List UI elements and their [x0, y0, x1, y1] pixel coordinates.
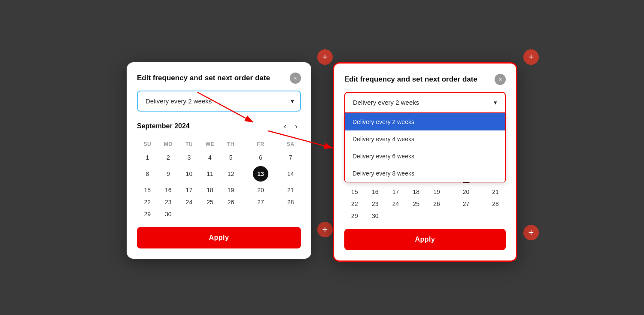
calendar-day[interactable]: 11: [200, 164, 221, 184]
calendar-day[interactable]: 9: [158, 164, 179, 184]
calendar-day: [426, 210, 447, 222]
calendar-day[interactable]: 8: [137, 164, 158, 184]
modal-right-header: Edit frequency and set next order date ×: [344, 74, 506, 85]
left-plus-bottom[interactable]: +: [317, 222, 333, 237]
calendar-day[interactable]: 20: [447, 186, 485, 198]
calendar-day[interactable]: 17: [179, 184, 200, 196]
left-next-month-button[interactable]: ›: [292, 120, 301, 133]
calendar-day[interactable]: 13: [241, 164, 280, 184]
calendar-day[interactable]: 12: [220, 164, 241, 184]
calendar-day: [200, 208, 221, 220]
right-dropdown-arrow-icon: ▾: [494, 99, 497, 106]
calendar-day[interactable]: 19: [426, 186, 447, 198]
left-plus-top[interactable]: +: [317, 49, 333, 65]
modal-left-header: Edit frequency and set next order date ×: [137, 73, 301, 84]
calendar-day[interactable]: 1: [137, 151, 158, 164]
right-panel-area: + + Edit frequency and set next order da…: [333, 54, 517, 262]
modal-left-close-button[interactable]: ×: [290, 73, 301, 84]
calendar-day[interactable]: 25: [406, 198, 426, 210]
calendar-day: [179, 208, 200, 220]
calendar-day: [386, 210, 406, 222]
calendar-day: [406, 210, 426, 222]
left-panel-area: + + Edit frequency and set next order da…: [127, 54, 311, 259]
left-day-header-sa: SA: [280, 139, 301, 151]
calendar-day[interactable]: 14: [280, 164, 301, 184]
calendar-day[interactable]: 7: [280, 151, 301, 164]
calendar-day[interactable]: 19: [220, 184, 241, 196]
left-day-header-su: SU: [137, 139, 158, 151]
left-day-header-th: TH: [220, 139, 241, 151]
calendar-day[interactable]: 30: [158, 208, 179, 220]
left-day-header-we: WE: [200, 139, 221, 151]
calendar-day: [220, 208, 241, 220]
calendar-day[interactable]: 20: [241, 184, 280, 196]
left-month-title: September 2024: [137, 122, 190, 130]
right-apply-button[interactable]: Apply: [344, 229, 506, 250]
modal-right-title: Edit frequency and set next order date: [344, 75, 477, 84]
left-day-header-mo: MO: [158, 139, 179, 151]
calendar-day[interactable]: 23: [365, 198, 386, 210]
left-calendar-grid: SU MO TU WE TH FR SA 1234567891011121314…: [137, 139, 301, 220]
calendar-day[interactable]: 16: [158, 184, 179, 196]
right-plus-bottom[interactable]: +: [523, 225, 539, 240]
calendar-day: [241, 208, 280, 220]
left-apply-button[interactable]: Apply: [137, 227, 301, 248]
modal-left: Edit frequency and set next order date ×…: [127, 62, 311, 259]
calendar-day[interactable]: 10: [179, 164, 200, 184]
right-dropdown-option-4weeks[interactable]: Delivery every 4 weeks: [345, 130, 505, 148]
calendar-day[interactable]: 26: [426, 198, 447, 210]
calendar-day[interactable]: 25: [200, 196, 221, 208]
right-frequency-select-trigger[interactable]: Delivery every 2 weeks ▾: [344, 92, 506, 113]
calendar-day[interactable]: 28: [280, 196, 301, 208]
calendar-day: [447, 210, 485, 222]
calendar-day[interactable]: 24: [179, 196, 200, 208]
calendar-day: [485, 210, 506, 222]
right-dropdown-option-6weeks[interactable]: Delivery every 6 weeks: [345, 148, 505, 165]
calendar-day: [280, 208, 301, 220]
calendar-day[interactable]: 26: [220, 196, 241, 208]
calendar-day[interactable]: 6: [241, 151, 280, 164]
calendar-day[interactable]: 17: [386, 186, 406, 198]
left-calendar-header: September 2024 ‹ ›: [137, 120, 301, 133]
calendar-day[interactable]: 22: [137, 196, 158, 208]
calendar-day[interactable]: 15: [137, 184, 158, 196]
calendar-day[interactable]: 21: [485, 186, 506, 198]
calendar-day[interactable]: 28: [485, 198, 506, 210]
calendar-day[interactable]: 21: [280, 184, 301, 196]
calendar-day[interactable]: 18: [200, 184, 221, 196]
left-day-header-fr: FR: [241, 139, 280, 151]
today-indicator: 13: [253, 166, 268, 182]
right-dropdown-option-8weeks[interactable]: Delivery every 8 weeks: [345, 165, 505, 182]
calendar-day[interactable]: 23: [158, 196, 179, 208]
left-frequency-select[interactable]: Delivery every 2 weeks Delivery every 4 …: [137, 91, 301, 112]
calendar-day[interactable]: 29: [137, 208, 158, 220]
right-dropdown-value: Delivery every 2 weeks: [353, 99, 419, 106]
modal-right: Edit frequency and set next order date ×…: [333, 62, 517, 262]
calendar-day[interactable]: 22: [344, 198, 365, 210]
left-day-header-tu: TU: [179, 139, 200, 151]
calendar-day[interactable]: 30: [365, 210, 386, 222]
right-plus-top[interactable]: +: [523, 49, 539, 65]
right-dropdown-options-list: Delivery every 2 weeks Delivery every 4 …: [344, 113, 506, 182]
calendar-day[interactable]: 2: [158, 151, 179, 164]
modal-left-title: Edit frequency and set next order date: [137, 74, 270, 82]
calendar-day[interactable]: 3: [179, 151, 200, 164]
page-container: + + Edit frequency and set next order da…: [0, 45, 644, 270]
calendar-day[interactable]: 16: [365, 186, 386, 198]
calendar-day[interactable]: 5: [220, 151, 241, 164]
calendar-day[interactable]: 15: [344, 186, 365, 198]
right-dropdown-option-2weeks[interactable]: Delivery every 2 weeks: [345, 113, 505, 130]
left-dropdown-wrapper: Delivery every 2 weeks Delivery every 4 …: [137, 91, 301, 112]
calendar-day[interactable]: 18: [406, 186, 426, 198]
calendar-day[interactable]: 29: [344, 210, 365, 222]
calendar-day[interactable]: 27: [447, 198, 485, 210]
modal-right-close-button[interactable]: ×: [495, 74, 506, 85]
calendar-day[interactable]: 27: [241, 196, 280, 208]
right-dropdown-wrapper: Delivery every 2 weeks ▾ Delivery every …: [344, 92, 506, 113]
calendar-day[interactable]: 24: [386, 198, 406, 210]
left-prev-month-button[interactable]: ‹: [280, 120, 290, 133]
calendar-day[interactable]: 4: [200, 151, 221, 164]
